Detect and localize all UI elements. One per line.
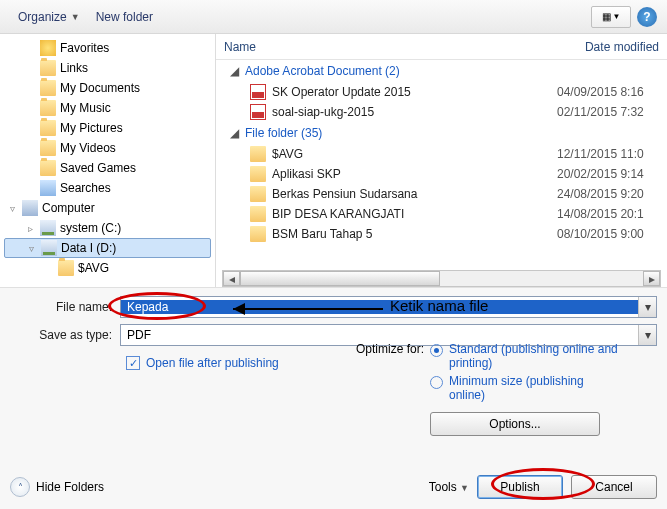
collapse-icon: ◢ — [230, 126, 239, 140]
folder-icon — [250, 146, 266, 162]
list-body[interactable]: ◢Adobe Acrobat Document (2)SK Operator U… — [216, 60, 667, 268]
main-area: FavoritesLinksMy DocumentsMy MusicMy Pic… — [0, 34, 667, 287]
tree-item-label: My Videos — [60, 141, 116, 155]
tree-item-label: Data I (D:) — [61, 241, 116, 255]
nav-tree[interactable]: FavoritesLinksMy DocumentsMy MusicMy Pic… — [0, 34, 216, 287]
saveastype-value: PDF — [121, 328, 638, 342]
tree-item-computer[interactable]: ▿Computer — [4, 198, 215, 218]
group-label: Adobe Acrobat Document (2) — [245, 64, 400, 78]
tools-button[interactable]: Tools ▼ — [429, 480, 469, 494]
file-row[interactable]: SK Operator Update 201504/09/2015 8:16 — [224, 82, 667, 102]
file-date: 14/08/2015 20:1 — [557, 207, 667, 221]
tree-item-searches[interactable]: Searches — [4, 178, 215, 198]
folder-icon — [250, 186, 266, 202]
view-mode-button[interactable]: ▦ ▼ — [591, 6, 631, 28]
chevron-up-icon: ˄ — [10, 477, 30, 497]
scroll-left-arrow[interactable]: ◂ — [223, 271, 240, 286]
new-folder-button[interactable]: New folder — [88, 6, 161, 28]
radio-minimum[interactable] — [430, 376, 443, 389]
scroll-right-arrow[interactable]: ▸ — [643, 271, 660, 286]
open-after-label: Open file after publishing — [146, 356, 279, 370]
file-date: 04/09/2015 8:16 — [557, 85, 667, 99]
hide-folders-button[interactable]: ˄ Hide Folders — [10, 477, 104, 497]
save-form: File name: Kepada ▾ Save as type: PDF ▾ … — [0, 287, 667, 509]
tree-item-my-music[interactable]: My Music — [4, 98, 215, 118]
file-name: $AVG — [272, 147, 557, 161]
collapse-icon: ◢ — [230, 64, 239, 78]
file-row[interactable]: soal-siap-ukg-201502/11/2015 7:32 — [224, 102, 667, 122]
file-name: soal-siap-ukg-2015 — [272, 105, 557, 119]
folder-icon — [40, 140, 56, 156]
dropdown-icon: ▼ — [613, 12, 621, 21]
group-header[interactable]: ◢Adobe Acrobat Document (2) — [224, 60, 667, 82]
radio-standard[interactable] — [430, 344, 443, 357]
filename-label: File name: — [10, 300, 120, 314]
group-label: File folder (35) — [245, 126, 322, 140]
tree-item-my-documents[interactable]: My Documents — [4, 78, 215, 98]
optimize-area: Optimize for: Standard (publishing onlin… — [352, 342, 652, 436]
view-icon: ▦ — [602, 11, 611, 22]
folder-icon — [250, 206, 266, 222]
publish-button[interactable]: Publish — [477, 475, 563, 499]
pdf-icon — [250, 84, 266, 100]
tree-item-label: Favorites — [60, 41, 109, 55]
tree-item-system-c-[interactable]: ▹system (C:) — [4, 218, 215, 238]
file-row[interactable]: Aplikasi SKP20/02/2015 9:14 — [224, 164, 667, 184]
file-row[interactable]: BIP DESA KARANGJATI14/08/2015 20:1 — [224, 204, 667, 224]
saveastype-label: Save as type: — [10, 328, 120, 342]
col-name[interactable]: Name — [224, 40, 585, 54]
publish-label: Publish — [500, 480, 539, 494]
options-label: Options... — [489, 417, 540, 431]
opt-standard-label: Standard (publishing online and printing… — [449, 342, 619, 370]
tree-item-label: Searches — [60, 181, 111, 195]
drive-icon — [40, 220, 56, 236]
twisty-icon: ▿ — [29, 243, 41, 254]
tree-item-saved-games[interactable]: Saved Games — [4, 158, 215, 178]
group-header[interactable]: ◢File folder (35) — [224, 122, 667, 144]
tree-item-label: My Music — [60, 101, 111, 115]
folder-icon — [250, 166, 266, 182]
file-name: BIP DESA KARANGJATI — [272, 207, 557, 221]
organize-button[interactable]: Organize ▼ — [10, 6, 88, 28]
open-after-checkbox[interactable]: ✓ — [126, 356, 140, 370]
footer-row: ˄ Hide Folders Tools ▼ Publish Cancel — [10, 475, 657, 499]
tree-item-label: $AVG — [78, 261, 109, 275]
folder-icon — [40, 100, 56, 116]
horizontal-scrollbar[interactable]: ◂ ▸ — [222, 270, 661, 287]
file-row[interactable]: BSM Baru Tahap 508/10/2015 9:00 — [224, 224, 667, 244]
new-folder-label: New folder — [96, 10, 153, 24]
twisty-icon: ▹ — [28, 223, 40, 234]
opt-min-label: Minimum size (publishing online) — [449, 374, 619, 402]
file-row[interactable]: Berkas Pensiun Sudarsana24/08/2015 9:20 — [224, 184, 667, 204]
dropdown-icon: ▼ — [71, 12, 80, 22]
tree-item-my-videos[interactable]: My Videos — [4, 138, 215, 158]
options-button[interactable]: Options... — [430, 412, 600, 436]
toolbar: Organize ▼ New folder ▦ ▼ ? — [0, 0, 667, 34]
cancel-button[interactable]: Cancel — [571, 475, 657, 499]
scroll-thumb[interactable] — [240, 271, 440, 286]
filename-value: Kepada — [121, 300, 638, 314]
filename-dropdown-icon[interactable]: ▾ — [638, 297, 656, 317]
filename-input[interactable]: Kepada ▾ — [120, 296, 657, 318]
help-button[interactable]: ? — [637, 7, 657, 27]
file-date: 12/11/2015 11:0 — [557, 147, 667, 161]
file-row[interactable]: $AVG12/11/2015 11:0 — [224, 144, 667, 164]
tree-item-my-pictures[interactable]: My Pictures — [4, 118, 215, 138]
search-icon — [40, 180, 56, 196]
help-icon: ? — [643, 10, 650, 24]
list-header: Name Date modified — [216, 34, 667, 60]
tools-label: Tools — [429, 480, 457, 494]
organize-label: Organize — [18, 10, 67, 24]
tree-item-links[interactable]: Links — [4, 58, 215, 78]
file-date: 08/10/2015 9:00 — [557, 227, 667, 241]
optimize-label: Optimize for: — [352, 342, 430, 370]
col-date[interactable]: Date modified — [585, 40, 659, 54]
tree-item-label: system (C:) — [60, 221, 121, 235]
tree-item-label: Links — [60, 61, 88, 75]
pdf-icon — [250, 104, 266, 120]
tree-item--avg[interactable]: $AVG — [4, 258, 215, 278]
file-date: 24/08/2015 9:20 — [557, 187, 667, 201]
tree-item-favorites[interactable]: Favorites — [4, 38, 215, 58]
tree-item-data-i-d-[interactable]: ▿Data I (D:) — [4, 238, 211, 258]
drive-icon — [41, 240, 57, 256]
